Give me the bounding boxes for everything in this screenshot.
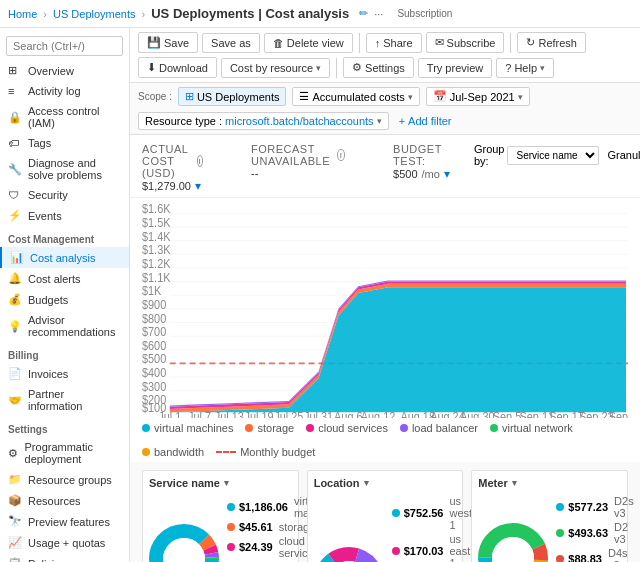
legend-line	[216, 451, 236, 453]
sidebar-item-icon: 📋	[8, 557, 22, 562]
legend-dot	[400, 424, 408, 432]
forecast-label: FORECAST UNAVAILABLE i	[251, 143, 345, 167]
sidebar-item-overview[interactable]: ⊞Overview	[0, 60, 129, 81]
sidebar-item-tags[interactable]: 🏷Tags	[0, 133, 129, 153]
toolbar-separator2	[510, 33, 511, 53]
subscribe-button[interactable]: ✉ Subscribe	[426, 32, 505, 53]
add-filter-button[interactable]: + Add filter	[395, 113, 456, 129]
sidebar-group-settings: Settings	[0, 416, 129, 437]
sidebar-item-invoices[interactable]: 📄Invoices	[0, 363, 129, 384]
panel-legend-value: $752.56	[404, 507, 444, 519]
try-preview-button[interactable]: Try preview	[418, 58, 492, 78]
chevron-down-icon7[interactable]: ▾	[364, 478, 369, 488]
scope-tag[interactable]: ⊞ US Deployments	[178, 87, 287, 106]
help-icon: ?	[505, 62, 511, 74]
refresh-button[interactable]: ↻ Refresh	[517, 32, 586, 53]
save-button[interactable]: 💾 Save	[138, 32, 198, 53]
legend-label: load balancer	[412, 422, 478, 434]
cost-by-resource-button[interactable]: Cost by resource ▾	[221, 58, 330, 78]
chevron-down-icon8[interactable]: ▾	[512, 478, 517, 488]
panel-legend-item: $577.23D2s v3	[556, 495, 633, 519]
date-range-filter[interactable]: 📅 Jul-Sep 2021 ▾	[426, 87, 530, 106]
group-by-select[interactable]: Service name	[507, 146, 599, 165]
settings-icon: ⚙	[352, 61, 362, 74]
sidebar-item-activity-log[interactable]: ≡Activity log	[0, 81, 129, 101]
settings-button[interactable]: ⚙ Settings	[343, 57, 414, 78]
save-as-button[interactable]: Save as	[202, 33, 260, 53]
sidebar-item-resource-groups[interactable]: 📁Resource groups	[0, 469, 129, 490]
chevron-down-icon2: ▾	[540, 63, 545, 73]
panel-legend-value: $45.61	[239, 521, 273, 533]
sidebar-item-programmatic-deployment[interactable]: ⚙Programmatic deployment	[0, 437, 129, 469]
toolbar: 💾 Save Save as 🗑 Delete view ↑ Share ✉ S…	[130, 28, 640, 83]
sidebar-item-resources[interactable]: 📦Resources	[0, 490, 129, 511]
accumulated-filter[interactable]: ☰ Accumulated costs ▾	[292, 87, 419, 106]
edit-icon[interactable]: ✏	[359, 7, 368, 20]
panel-legend-label: us east 1	[449, 533, 472, 562]
top-bar: Home › US Deployments › US Deployments |…	[0, 0, 640, 28]
home-link[interactable]: Home	[8, 8, 37, 20]
sidebar-item-label: Policies	[28, 558, 66, 563]
panel-legend-dot	[227, 543, 235, 551]
panel-legend-label: D4s v3	[608, 547, 634, 562]
sidebar-item-icon: ⚙	[8, 447, 19, 460]
delete-button[interactable]: 🗑 Delete view	[264, 33, 353, 53]
search-input[interactable]	[6, 36, 123, 56]
sidebar: ⊞Overview≡Activity log🔒Access control (I…	[0, 28, 130, 562]
svg-text:$1K: $1K	[142, 283, 162, 297]
meter-panel-body: $577.23D2s v3$493.63D2 v3$88.83D4s v3$44…	[478, 495, 621, 562]
service-panel-body: $1,186.06virtual machines$45.61storage$2…	[149, 495, 292, 562]
sidebar-item-icon: 💰	[8, 293, 22, 306]
meter-donut	[478, 523, 548, 562]
more-icon[interactable]: ···	[374, 8, 383, 20]
chevron-down-icon4: ▾	[518, 92, 523, 102]
sidebar-item-advisor-recommendations[interactable]: 💡Advisor recommendations	[0, 310, 129, 342]
sidebar-item-label: Access control (IAM)	[28, 105, 121, 129]
panel-legend-dot	[556, 555, 564, 562]
panel-legend-label: us west 1	[449, 495, 472, 531]
sidebar-item-cost-alerts[interactable]: 🔔Cost alerts	[0, 268, 129, 289]
svg-text:$400: $400	[142, 365, 167, 379]
sidebar-item-cost-analysis[interactable]: 📊Cost analysis	[0, 247, 129, 268]
parent-link[interactable]: US Deployments	[53, 8, 136, 20]
download-button[interactable]: ⬇ Download	[138, 57, 217, 78]
sidebar-item-icon: 🤝	[8, 394, 22, 407]
sidebar-item-security[interactable]: 🛡Security	[0, 185, 129, 205]
page-title: US Deployments | Cost analysis	[151, 6, 349, 21]
share-button[interactable]: ↑ Share	[366, 33, 422, 53]
sidebar-item-preview-features[interactable]: 🔭Preview features	[0, 511, 129, 532]
chevron-down-icon6[interactable]: ▾	[224, 478, 229, 488]
sidebar-item-icon: 🛡	[8, 189, 22, 201]
sidebar-item-icon: 🔧	[8, 163, 22, 176]
svg-text:$1.4K: $1.4K	[142, 229, 171, 243]
legend-label: Monthly budget	[240, 446, 315, 458]
legend-dot	[142, 448, 150, 456]
sidebar-item-label: Tags	[28, 137, 51, 149]
actual-cost-label: ACTUAL COST (USD) i	[142, 143, 203, 179]
bottom-panels: Service name ▾ $1,186.06	[130, 462, 640, 562]
svg-text:Aug 30: Aug 30	[460, 410, 495, 418]
service-panel-header: Service name ▾	[149, 477, 292, 489]
sidebar-item-diagnose-and-solve-problems[interactable]: 🔧Diagnose and solve problems	[0, 153, 129, 185]
panel-legend-value: $1,186.06	[239, 501, 288, 513]
sidebar-item-icon: 🏷	[8, 137, 22, 149]
legend-label: bandwidth	[154, 446, 204, 458]
help-button[interactable]: ? Help ▾	[496, 58, 554, 78]
info-icon2[interactable]: i	[337, 149, 345, 161]
sidebar-item-label: Overview	[28, 65, 74, 77]
breadcrumb-sep2: ›	[142, 8, 146, 20]
sidebar-item-events[interactable]: ⚡Events	[0, 205, 129, 226]
sidebar-item-partner-information[interactable]: 🤝Partner information	[0, 384, 129, 416]
chart-legend: virtual machinesstoragecloud servicesloa…	[130, 418, 640, 462]
sidebar-item-policies[interactable]: 📋Policies	[0, 553, 129, 562]
sidebar-item-icon: 📊	[10, 251, 24, 264]
group-by-control: Group by: Service name	[474, 143, 600, 167]
info-icon[interactable]: i	[197, 155, 203, 167]
sidebar-item-usage-+-quotas[interactable]: 📈Usage + quotas	[0, 532, 129, 553]
sidebar-item-icon: 📄	[8, 367, 22, 380]
sidebar-item-access-control-(iam)[interactable]: 🔒Access control (IAM)	[0, 101, 129, 133]
svg-text:$700: $700	[142, 324, 167, 338]
panel-legend-value: $24.39	[239, 541, 273, 553]
resource-type-filter[interactable]: Resource type : microsoft.batch/batchacc…	[138, 112, 389, 130]
sidebar-item-budgets[interactable]: 💰Budgets	[0, 289, 129, 310]
